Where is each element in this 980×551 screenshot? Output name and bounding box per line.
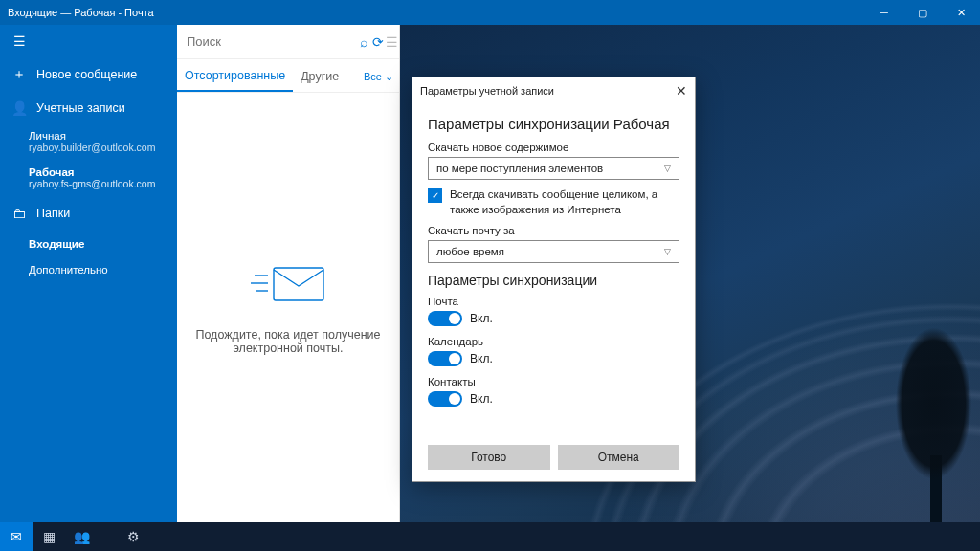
filter-icon[interactable]: ☰ xyxy=(385,34,399,50)
toggle-state: Вкл. xyxy=(470,312,493,325)
checkbox-label: Всегда скачивать сообщение целиком, а та… xyxy=(450,187,679,217)
calendar-toggle[interactable] xyxy=(428,351,462,366)
chevron-down-icon: ▽ xyxy=(664,247,671,256)
mail-toggle-row: Почта Вкл. xyxy=(428,296,679,326)
hamburger-button[interactable]: ☰ xyxy=(0,25,177,57)
dialog-close-button[interactable]: ✕ xyxy=(676,83,687,99)
accounts-label: Учетные записи xyxy=(36,101,125,115)
search-input[interactable] xyxy=(177,34,357,49)
account-settings-dialog: Параметры учетной записи ✕ Параметры син… xyxy=(412,77,696,482)
person-icon: 👤 xyxy=(11,100,27,116)
message-list-pane: ⌕ ⟳ ☰ Отсортированные Другие Все ⌄ Подож… xyxy=(177,25,400,522)
people-app-icon[interactable]: 👥 xyxy=(65,522,98,551)
cancel-button[interactable]: Отмена xyxy=(558,445,680,470)
download-for-select[interactable]: любое время ▽ xyxy=(428,240,679,263)
calendar-toggle-row: Календарь Вкл. xyxy=(428,336,679,366)
contacts-label: Контакты xyxy=(428,376,679,387)
folder-inbox[interactable]: Входящие xyxy=(0,230,177,258)
done-button[interactable]: Готово xyxy=(428,445,550,470)
toggle-state: Вкл. xyxy=(470,352,493,365)
mail-label: Почта xyxy=(428,296,679,307)
new-message-label: Новое сообщение xyxy=(36,68,137,81)
search-bar: ⌕ ⟳ ☰ xyxy=(177,25,399,59)
search-icon[interactable]: ⌕ xyxy=(357,34,371,50)
sync-options-heading: Параметры синхронизации xyxy=(428,273,679,288)
download-for-label: Скачать почту за xyxy=(428,225,679,236)
account-item-personal[interactable]: Личная ryaboy.builder@outlook.com xyxy=(0,124,177,159)
menu-icon: ☰ xyxy=(11,33,27,49)
empty-text-2: электронной почты. xyxy=(234,342,344,355)
account-email: ryaboy.builder@outlook.com xyxy=(29,142,166,153)
sidebar: ☰ ＋ Новое сообщение 👤 Учетные записи Лич… xyxy=(0,25,177,522)
calendar-app-icon[interactable]: ▦ xyxy=(33,522,65,551)
contacts-toggle[interactable] xyxy=(428,391,462,407)
tab-other[interactable]: Другие xyxy=(293,60,346,91)
check-icon: ✓ xyxy=(428,188,442,203)
dialog-title: Параметры учетной записи xyxy=(420,85,554,97)
dialog-titlebar: Параметры учетной записи ✕ xyxy=(412,77,695,104)
mail-toggle[interactable] xyxy=(428,311,462,326)
download-new-select[interactable]: по мере поступления элементов ▽ xyxy=(428,157,679,180)
bottom-bar: ✉ ▦ 👥 ⚙ xyxy=(0,522,980,551)
maximize-button[interactable]: ▢ xyxy=(903,7,942,19)
account-email: ryaboy.fs-gms@outlook.com xyxy=(29,178,166,189)
folder-icon: 🗀 xyxy=(11,206,27,221)
toggle-state: Вкл. xyxy=(470,392,493,406)
select-value: любое время xyxy=(436,246,504,257)
refresh-icon[interactable]: ⟳ xyxy=(371,34,386,50)
dialog-heading: Параметры синхронизации Рабочая xyxy=(428,116,679,132)
window-title: Входящие — Рабочая - Почта xyxy=(0,7,865,18)
folder-more[interactable]: Дополнительно xyxy=(0,258,177,281)
account-item-work[interactable]: Рабочая ryaboy.fs-gms@outlook.com xyxy=(0,159,177,197)
background-tree xyxy=(865,302,980,522)
tab-sorted[interactable]: Отсортированные xyxy=(177,59,293,92)
mail-app-icon[interactable]: ✉ xyxy=(0,522,33,551)
empty-text-1: Подождите, пока идет получение xyxy=(195,328,380,342)
download-new-label: Скачать новое содержимое xyxy=(428,142,679,153)
minimize-button[interactable]: ─ xyxy=(865,7,903,18)
contacts-toggle-row: Контакты Вкл. xyxy=(428,376,679,407)
account-name: Рабочая xyxy=(29,166,166,178)
svg-rect-0 xyxy=(274,268,323,300)
title-bar: Входящие — Рабочая - Почта ─ ▢ ✕ xyxy=(0,0,980,25)
empty-state: Подождите, пока идет получение электронн… xyxy=(177,93,399,522)
plus-icon: ＋ xyxy=(11,66,27,83)
folders-label: Папки xyxy=(36,207,70,220)
select-value: по мере поступления элементов xyxy=(436,163,603,174)
account-name: Личная xyxy=(29,130,166,142)
list-tabs: Отсортированные Другие Все ⌄ xyxy=(177,59,399,93)
new-message-button[interactable]: ＋ Новое сообщение xyxy=(0,57,177,92)
folders-header[interactable]: 🗀 Папки xyxy=(0,197,177,230)
folder-label: Входящие xyxy=(29,238,84,250)
tab-all[interactable]: Все ⌄ xyxy=(356,61,399,91)
calendar-label: Календарь xyxy=(428,336,679,347)
chevron-down-icon: ▽ xyxy=(664,164,671,173)
settings-icon[interactable]: ⚙ xyxy=(117,522,149,551)
envelope-icon xyxy=(245,260,331,311)
chevron-down-icon: ⌄ xyxy=(385,71,393,82)
always-download-checkbox[interactable]: ✓ Всегда скачивать сообщение целиком, а … xyxy=(428,187,679,217)
folder-label: Дополнительно xyxy=(29,264,108,276)
close-button[interactable]: ✕ xyxy=(942,7,980,19)
accounts-header[interactable]: 👤 Учетные записи xyxy=(0,92,177,124)
